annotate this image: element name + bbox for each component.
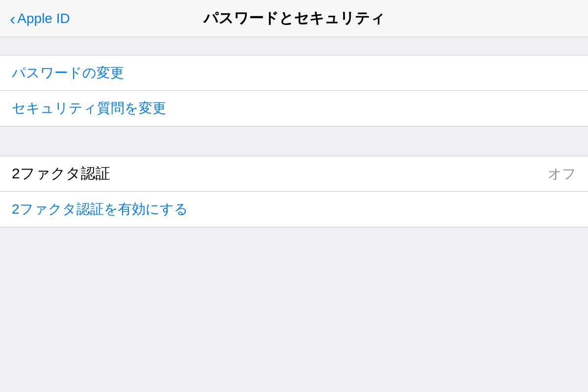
section-spacer-top [0, 37, 588, 55]
change-password-row[interactable]: パスワードの変更 [0, 55, 588, 91]
change-security-question-row[interactable]: セキュリティ質問を変更 [0, 91, 588, 126]
two-factor-auth-value: オフ [548, 165, 576, 183]
change-password-label: パスワードの変更 [12, 64, 124, 82]
navigation-bar: ‹ Apple ID パスワードとセキュリティ [0, 0, 588, 37]
password-group: パスワードの変更 セキュリティ質問を変更 [0, 55, 588, 126]
change-security-question-label: セキュリティ質問を変更 [12, 99, 166, 118]
back-label: Apple ID [17, 11, 70, 26]
section-spacer-middle [0, 126, 588, 156]
enable-two-factor-row[interactable]: 2ファクタ認証を有効にする [0, 192, 588, 227]
page-title: パスワードとセキュリティ [203, 8, 385, 28]
two-factor-group: 2ファクタ認証 オフ 2ファクタ認証を有効にする [0, 156, 588, 227]
content-area: パスワードの変更 セキュリティ質問を変更 2ファクタ認証 オフ 2ファクタ認証を… [0, 37, 588, 227]
two-factor-auth-row: 2ファクタ認証 オフ [0, 156, 588, 192]
two-factor-auth-label: 2ファクタ認証 [12, 164, 110, 184]
back-button[interactable]: ‹ Apple ID [10, 10, 70, 27]
enable-two-factor-label: 2ファクタ認証を有効にする [12, 200, 188, 219]
chevron-left-icon: ‹ [10, 10, 15, 27]
